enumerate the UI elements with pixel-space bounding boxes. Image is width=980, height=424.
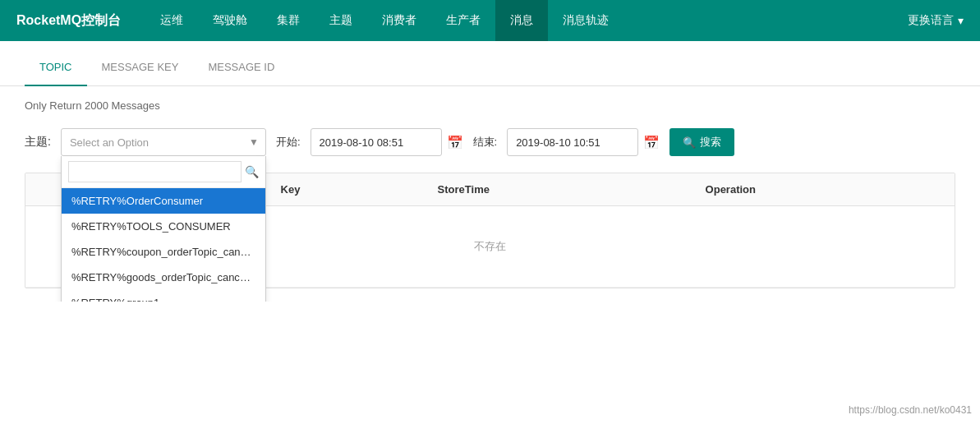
tab-message-id[interactable]: MESSAGE ID xyxy=(193,49,289,86)
col-key: Key xyxy=(268,173,425,206)
topic-select-wrapper: Select an Option ▼ 🔍 %RETRY%OrderConsume… xyxy=(61,128,266,156)
chevron-down-icon: ▾ xyxy=(958,14,964,27)
navbar-menu: 运维 驾驶舱 集群 主题 消费者 生产者 消息 消息轨迹 xyxy=(145,0,908,41)
search-bar: 主题: Select an Option ▼ 🔍 %RETRY%OrderCon… xyxy=(25,128,955,156)
dropdown-item[interactable]: %RETRY%group1 xyxy=(62,290,265,302)
navbar-item-yunwei[interactable]: 运维 xyxy=(145,0,198,41)
select-arrow-icon: ▼ xyxy=(249,136,259,148)
navbar-item-cluster[interactable]: 集群 xyxy=(262,0,315,41)
end-label: 结束: xyxy=(473,135,498,150)
start-label: 开始: xyxy=(276,135,301,150)
dropdown-search-input[interactable] xyxy=(68,161,242,182)
tabs-container: TOPIC MESSAGE KEY MESSAGE ID xyxy=(0,49,980,86)
dropdown-item[interactable]: %RETRY%TOOLS_CONSUMER xyxy=(62,214,265,239)
info-text: Only Return 2000 Messages xyxy=(25,99,955,112)
dropdown-search-icon: 🔍 xyxy=(245,165,259,178)
navbar-item-dashboard[interactable]: 驾驶舱 xyxy=(198,0,262,41)
navbar: RocketMQ控制台 运维 驾驶舱 集群 主题 消费者 生产者 消息 消息轨迹… xyxy=(0,0,980,41)
topic-select-value: Select an Option xyxy=(70,136,149,149)
search-icon: 🔍 xyxy=(683,136,696,149)
topic-label: 主题: xyxy=(25,135,51,150)
start-date-input[interactable] xyxy=(311,128,442,156)
navbar-item-trace[interactable]: 消息轨迹 xyxy=(548,0,623,41)
start-calendar-icon[interactable]: 📅 xyxy=(447,135,463,150)
search-btn-label: 搜索 xyxy=(700,135,721,150)
lang-label: 更换语言 xyxy=(908,13,954,28)
navbar-item-producer[interactable]: 生产者 xyxy=(431,0,495,41)
lang-switcher[interactable]: 更换语言 ▾ xyxy=(908,13,964,28)
dropdown-item[interactable]: %RETRY%coupon_orderTopic_cancel_group xyxy=(62,239,265,265)
dropdown-list: %RETRY%OrderConsumer%RETRY%TOOLS_CONSUME… xyxy=(62,188,265,302)
search-button[interactable]: 🔍 搜索 xyxy=(669,128,734,156)
tab-topic[interactable]: TOPIC xyxy=(25,49,87,86)
dropdown-item[interactable]: %RETRY%OrderConsumer xyxy=(62,188,265,214)
content-area: Only Return 2000 Messages 主题: Select an … xyxy=(0,86,980,302)
topic-select[interactable]: Select an Option ▼ xyxy=(61,128,266,156)
col-storetime: StoreTime xyxy=(425,173,692,206)
dropdown-search-container: 🔍 xyxy=(62,156,265,188)
end-date-input[interactable] xyxy=(507,128,638,156)
end-calendar-icon[interactable]: 📅 xyxy=(643,135,660,150)
tab-message-key[interactable]: MESSAGE KEY xyxy=(87,49,194,86)
navbar-item-topic[interactable]: 主题 xyxy=(315,0,367,41)
navbar-item-consumer[interactable]: 消费者 xyxy=(367,0,431,41)
col-operation: Operation xyxy=(692,173,955,206)
navbar-item-message[interactable]: 消息 xyxy=(495,0,548,41)
topic-dropdown: 🔍 %RETRY%OrderConsumer%RETRY%TOOLS_CONSU… xyxy=(61,156,266,302)
dropdown-item[interactable]: %RETRY%goods_orderTopic_cancel_group xyxy=(62,265,265,290)
navbar-brand: RocketMQ控制台 xyxy=(16,12,121,30)
